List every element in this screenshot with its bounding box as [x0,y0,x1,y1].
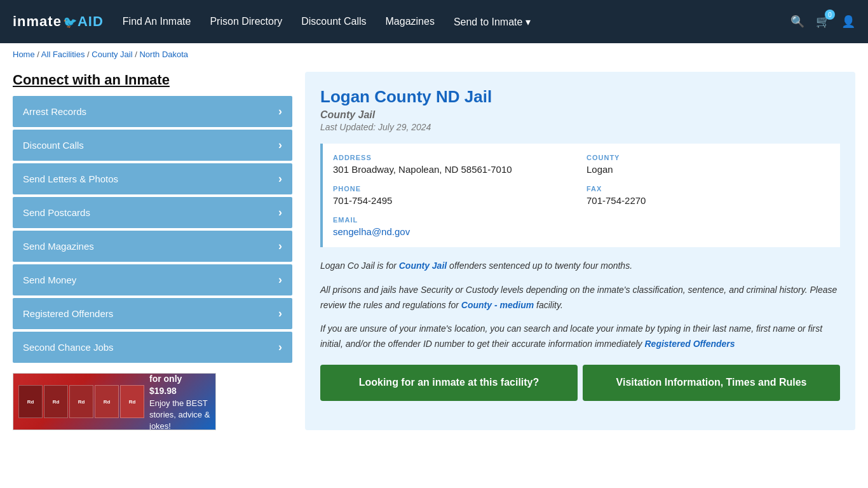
county-label: COUNTY [587,154,830,161]
sidebar-item-send-money[interactable]: Send Money › [13,264,292,295]
sidebar-item-label: Send Letters & Photos [23,173,118,184]
sidebar-title: Connect with an Inmate [13,72,292,88]
visitation-button[interactable]: Visitation Information, Times and Rules [583,365,840,401]
fax-label: FAX [587,185,830,193]
nav-icons: 🔍 🛒 0 👤 [790,15,855,29]
logo-aid: AID [78,13,104,29]
arrow-icon: › [278,307,282,320]
sidebar-item-send-magazines[interactable]: Send Magazines › [13,231,292,262]
breadcrumb-home[interactable]: Home [13,50,35,59]
nav-discount-calls[interactable]: Discount Calls [301,16,366,27]
county-field: COUNTY Logan [587,154,830,175]
ad-covers: Rd Rd Rd Rd Rd [18,385,144,418]
address-value: 301 Broadway, Napolean, ND 58561-7010 [333,164,576,175]
registered-offenders-link[interactable]: Registered Offenders [644,339,735,349]
sidebar-item-label: Send Postcards [23,207,90,218]
navbar: inmate🐦AID Find An Inmate Prison Directo… [0,0,868,43]
nav-prison-directory[interactable]: Prison Directory [210,16,282,27]
county-medium-link[interactable]: County - medium [461,300,534,310]
logo-bird-icon: 🐦 [63,16,78,29]
user-button[interactable]: 👤 [841,15,855,29]
search-button[interactable]: 🔍 [790,15,804,29]
arrow-icon: › [278,105,282,118]
sidebar-item-send-postcards[interactable]: Send Postcards › [13,197,292,228]
find-inmate-button[interactable]: Looking for an inmate at this facility? [320,365,578,401]
breadcrumb-all-facilities[interactable]: All Facilities [41,50,85,59]
ad-headline: 1 Year Subscription for only $19.98 [149,373,204,396]
arrow-icon: › [278,172,282,186]
logo-text: inmate🐦AID [13,13,104,30]
info-box: ADDRESS 301 Broadway, Napolean, ND 58561… [320,144,840,247]
logo[interactable]: inmate🐦AID [13,13,104,30]
sidebar-item-label: Arrest Records [23,106,86,117]
address-label: ADDRESS [333,154,576,161]
ad-cover-5: Rd [120,385,144,418]
sidebar-item-second-chance-jobs[interactable]: Second Chance Jobs › [13,332,292,363]
facility-type: County Jail [320,109,840,121]
sidebar-item-arrest-records[interactable]: Arrest Records › [13,96,292,127]
sidebar-item-discount-calls[interactable]: Discount Calls › [13,130,292,161]
arrow-icon: › [278,341,282,354]
sidebar-item-send-letters[interactable]: Send Letters & Photos › [13,163,292,194]
county-jail-link[interactable]: County Jail [399,261,447,271]
breadcrumb-county-jail[interactable]: County Jail [92,50,132,59]
sidebar-item-registered-offenders[interactable]: Registered Offenders › [13,298,292,329]
navbar-links: Find An Inmate Prison Directory Discount… [123,16,790,28]
email-value: sengelha@nd.gov [333,226,576,237]
phone-field: PHONE 701-754-2495 [333,185,576,206]
phone-value: 701-754-2495 [333,195,576,206]
desc-paragraph-2: All prisons and jails have Security or C… [320,283,840,313]
desc-paragraph-1: Logan Co Jail is for County Jail offende… [320,259,840,274]
county-value: Logan [587,164,830,175]
fax-value: 701-754-2270 [587,195,830,206]
main-layout: Connect with an Inmate Arrest Records › … [0,65,868,437]
ad-subtext: Enjoy the BEST stories, advice & jokes! [149,398,210,430]
sidebar-ad: Rd Rd Rd Rd Rd 1 Year Subscription for o… [13,373,216,430]
sidebar-item-label: Send Magazines [23,241,94,252]
facility-content: Logan County ND Jail County Jail Last Up… [305,72,855,430]
fax-field: FAX 701-754-2270 [587,185,830,206]
arrow-icon: › [278,273,282,287]
nav-find-an-inmate[interactable]: Find An Inmate [123,16,191,27]
arrow-icon: › [278,206,282,219]
nav-magazines[interactable]: Magazines [386,16,435,27]
sidebar-item-label: Registered Offenders [23,308,113,319]
sidebar-item-label: Send Money [23,274,76,285]
facility-description: Logan Co Jail is for County Jail offende… [320,259,840,352]
arrow-icon: › [278,139,282,152]
breadcrumb-state[interactable]: North Dakota [139,50,188,59]
phone-label: PHONE [333,185,576,193]
ad-cover-3: Rd [69,385,93,418]
desc-paragraph-3: If you are unsure of your inmate's locat… [320,322,840,352]
sidebar-item-label: Discount Calls [23,140,84,151]
cart-button[interactable]: 🛒 0 [816,15,830,29]
ad-content: 1 Year Subscription for only $19.98 Enjo… [149,373,210,430]
facility-updated: Last Updated: July 29, 2024 [320,122,840,132]
address-field: ADDRESS 301 Broadway, Napolean, ND 58561… [333,154,576,175]
nav-send-to-inmate[interactable]: Send to Inmate ▾ [454,16,531,28]
facility-name: Logan County ND Jail [320,87,840,107]
ad-cover-2: Rd [44,385,68,418]
email-link[interactable]: sengelha@nd.gov [333,226,410,237]
arrow-icon: › [278,240,282,253]
ad-cover-4: Rd [95,385,119,418]
ad-cover-1: Rd [18,385,43,418]
sidebar-menu: Arrest Records › Discount Calls › Send L… [13,96,292,363]
email-label: EMAIL [333,216,576,224]
ad-text: 1 Year Subscription for only $19.98 Enjo… [149,373,210,430]
ad-background: Rd Rd Rd Rd Rd 1 Year Subscription for o… [13,374,215,430]
email-field: EMAIL sengelha@nd.gov [333,216,576,237]
logo-inmate: inmate [13,13,62,29]
breadcrumb: Home / All Facilities / County Jail / No… [0,43,868,65]
action-buttons: Looking for an inmate at this facility? … [320,365,840,401]
sidebar: Connect with an Inmate Arrest Records › … [13,72,292,430]
cart-badge: 0 [825,10,835,20]
sidebar-item-label: Second Chance Jobs [23,342,114,353]
